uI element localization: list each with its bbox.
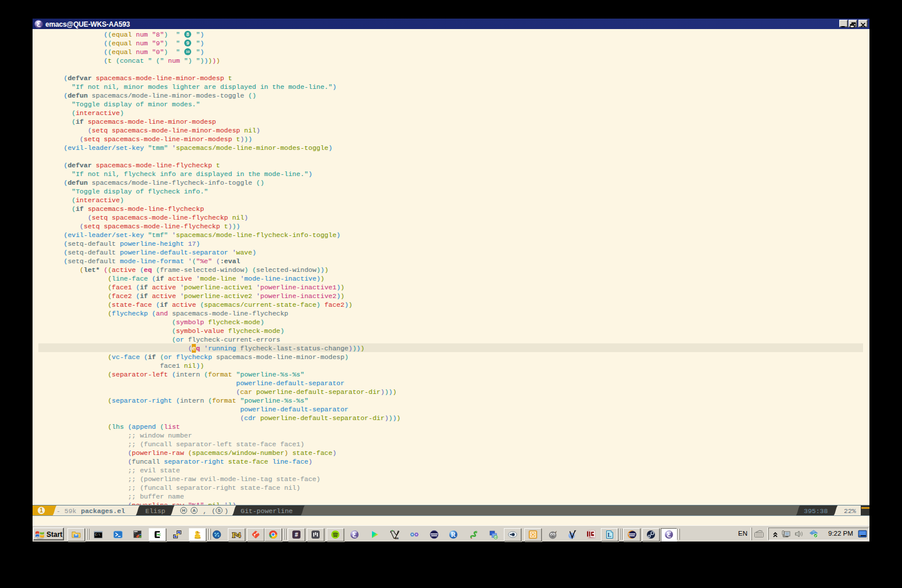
svg-text:- 59k: - 59k	[56, 507, 77, 515]
svg-text:Elisp: Elisp	[145, 507, 166, 515]
svg-text:22%: 22%	[844, 507, 856, 515]
svg-text:,: ,	[203, 507, 207, 515]
svg-text:L: L	[607, 532, 611, 538]
svg-text:H: H	[182, 508, 185, 513]
svg-text:packages.el: packages.el	[81, 507, 125, 515]
svg-text:Git-powerline: Git-powerline	[241, 507, 293, 515]
svg-text:P4: P4	[232, 530, 241, 539]
svg-text:#: #	[295, 532, 298, 538]
svg-text:): )	[224, 507, 228, 515]
svg-text:R: R	[451, 531, 456, 538]
svg-text:im: im	[395, 536, 399, 540]
svg-text:395:38: 395:38	[804, 507, 828, 515]
svg-text:C:\: C:\	[95, 533, 101, 537]
svg-text:(: (	[212, 507, 216, 515]
svg-text:emacs: emacs	[589, 536, 595, 539]
svg-text:1: 1	[40, 507, 43, 514]
svg-text:O: O	[531, 532, 535, 537]
svg-text:S: S	[217, 508, 220, 513]
svg-text:A: A	[192, 508, 196, 513]
